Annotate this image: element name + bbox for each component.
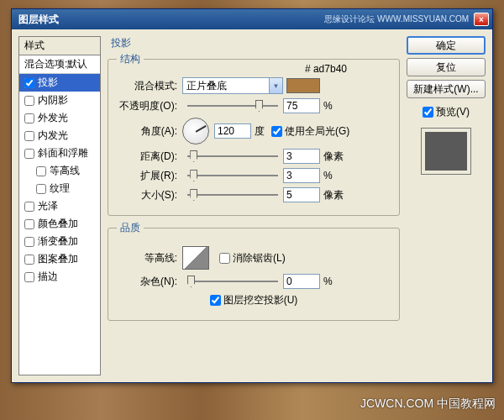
- sidebar-item-checkbox[interactable]: [36, 184, 46, 194]
- percent-unit-2: %: [323, 170, 333, 181]
- blend-mode-value: 正片叠底: [186, 79, 227, 93]
- color-swatch[interactable]: [286, 78, 320, 93]
- sidebar-item[interactable]: 渐变叠加: [19, 233, 100, 250]
- window-title: 图层样式: [18, 13, 59, 27]
- sidebar-item[interactable]: 外发光: [19, 109, 100, 127]
- new-style-button[interactable]: 新建样式(W)...: [407, 80, 486, 98]
- sidebar-item[interactable]: 投影: [19, 74, 100, 92]
- degree-unit: 度: [255, 124, 265, 139]
- percent-unit: %: [323, 100, 333, 112]
- sidebar-item[interactable]: 内阴影: [19, 92, 100, 109]
- sidebar-item-checkbox[interactable]: [24, 237, 34, 247]
- structure-legend: 结构: [117, 52, 144, 66]
- sidebar-item[interactable]: 内发光: [19, 127, 100, 144]
- sidebar-item[interactable]: 图案叠加: [19, 250, 100, 268]
- antialias-checkbox[interactable]: 消除锯齿(L): [219, 251, 286, 265]
- panel-title: 投影: [108, 36, 400, 50]
- px-unit-2: 像素: [323, 188, 344, 202]
- center-panel: 投影 结构 # ad7b40 混合模式: 正片叠底 ▼ 不透明度(O): %: [108, 36, 400, 375]
- sidebar-item-label: 图案叠加: [38, 252, 78, 266]
- sidebar-item-label: 颜色叠加: [38, 217, 78, 231]
- sidebar-item[interactable]: 纹理: [19, 180, 100, 197]
- preview-checkbox[interactable]: 预览(V): [407, 105, 486, 119]
- sidebar-item-label: 光泽: [38, 199, 58, 213]
- sidebar-item-checkbox[interactable]: [24, 78, 34, 88]
- contour-picker[interactable]: [182, 246, 209, 270]
- blend-mode-combo[interactable]: 正片叠底 ▼: [182, 77, 283, 94]
- sidebar-item-label: 外发光: [38, 111, 68, 125]
- sidebar-item-checkbox[interactable]: [24, 255, 34, 265]
- ok-button[interactable]: 确定: [407, 36, 486, 55]
- sidebar-item[interactable]: 斜面和浮雕: [19, 144, 100, 162]
- sidebar-item[interactable]: 描边: [19, 268, 100, 286]
- px-unit: 像素: [323, 150, 344, 164]
- distance-input[interactable]: [283, 149, 320, 164]
- sidebar-item-checkbox[interactable]: [36, 166, 46, 176]
- sidebar-item[interactable]: 等高线: [19, 162, 100, 180]
- footer-watermark: JCWCN.COM 中国教程网: [360, 396, 496, 412]
- sidebar-item-label: 内发光: [38, 129, 68, 143]
- sidebar-item-checkbox[interactable]: [24, 96, 34, 106]
- noise-input[interactable]: [283, 274, 320, 289]
- layer-style-dialog: 图层样式 思缘设计论坛 WWW.MISSYUAN.COM × 样式 混合选项:默…: [11, 8, 493, 383]
- sidebar-item-label: 纹理: [50, 181, 70, 196]
- sidebar-item[interactable]: 颜色叠加: [19, 215, 100, 233]
- percent-unit-3: %: [323, 276, 333, 287]
- hex-annotation: # ad7b40: [305, 63, 347, 75]
- sidebar-item-checkbox[interactable]: [24, 219, 34, 229]
- distance-label: 距离(D):: [117, 150, 182, 164]
- sidebar-item-label: 描边: [38, 270, 58, 284]
- sidebar-item-label: 投影: [38, 76, 58, 90]
- noise-slider[interactable]: [187, 281, 278, 282]
- knockout-checkbox[interactable]: 图层挖空投影(U): [210, 293, 298, 307]
- distance-slider[interactable]: [187, 155, 278, 157]
- quality-legend: 品质: [117, 221, 144, 235]
- sidebar-item-checkbox[interactable]: [24, 272, 34, 282]
- quality-group: 品质 等高线: 消除锯齿(L) 杂色(N): % 图层挖空投影(U): [108, 221, 400, 321]
- reset-button[interactable]: 复位: [407, 58, 486, 76]
- size-label: 大小(S):: [117, 188, 182, 202]
- chevron-down-icon: ▼: [269, 78, 282, 93]
- right-buttons: 确定 复位 新建样式(W)... 预览(V): [407, 36, 486, 375]
- styles-sidebar: 样式 混合选项:默认 投影内阴影外发光内发光斜面和浮雕等高线纹理光泽颜色叠加渐变…: [18, 36, 101, 375]
- angle-input[interactable]: [214, 123, 251, 139]
- structure-group: 结构 # ad7b40 混合模式: 正片叠底 ▼ 不透明度(O): %: [108, 52, 400, 216]
- size-input[interactable]: [283, 187, 320, 202]
- opacity-label: 不透明度(O):: [117, 99, 182, 113]
- sidebar-item-checkbox[interactable]: [24, 131, 34, 141]
- sidebar-item-checkbox[interactable]: [24, 202, 34, 212]
- sidebar-item-label: 渐变叠加: [38, 234, 78, 249]
- close-button[interactable]: ×: [474, 13, 489, 26]
- window-tag: 思缘设计论坛 WWW.MISSYUAN.COM: [324, 13, 469, 25]
- noise-label: 杂色(N):: [117, 275, 182, 289]
- spread-input[interactable]: [283, 168, 320, 183]
- global-light-checkbox[interactable]: 使用全局光(G): [271, 124, 349, 139]
- spread-slider[interactable]: [187, 175, 278, 176]
- blend-mode-label: 混合模式:: [117, 79, 182, 93]
- sidebar-item-label: 内阴影: [38, 93, 68, 108]
- sidebar-header: 样式: [19, 37, 100, 55]
- sidebar-item-checkbox[interactable]: [24, 149, 34, 159]
- titlebar: 图层样式 思缘设计论坛 WWW.MISSYUAN.COM ×: [12, 9, 492, 29]
- sidebar-item-checkbox[interactable]: [24, 113, 34, 123]
- size-slider[interactable]: [187, 194, 278, 196]
- sidebar-item-label: 等高线: [50, 164, 80, 178]
- opacity-slider[interactable]: [187, 105, 278, 107]
- contour-label: 等高线:: [117, 251, 182, 265]
- sidebar-item-label: 斜面和浮雕: [38, 146, 88, 160]
- sidebar-blend-options[interactable]: 混合选项:默认: [19, 55, 100, 74]
- opacity-input[interactable]: [283, 98, 320, 113]
- sidebar-item[interactable]: 光泽: [19, 197, 100, 215]
- preview-swatch: [421, 128, 471, 175]
- angle-dial[interactable]: [182, 118, 209, 144]
- spread-label: 扩展(R):: [117, 169, 182, 183]
- angle-label: 角度(A):: [117, 124, 182, 139]
